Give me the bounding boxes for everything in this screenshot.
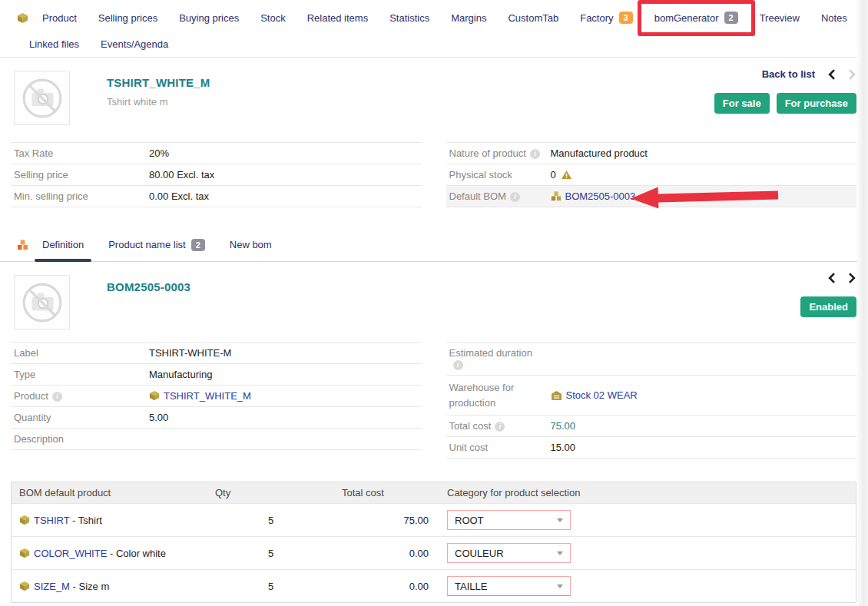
product-details-right-table: Nature of producti Manufactured product … (446, 142, 857, 207)
product-banner-right: Back to list For sale For purchase (714, 68, 856, 114)
product-cube-icon (17, 12, 28, 24)
table-row: Physical stock 0 (446, 164, 857, 186)
tax-rate-value: 20% (146, 143, 422, 164)
field-label: Unit cost (446, 437, 548, 459)
page-right-scroll-gutter[interactable] (857, 0, 868, 606)
tab-label: Statistics (389, 12, 429, 24)
field-label: Total costi (446, 416, 548, 437)
previous-bom-icon[interactable] (827, 273, 836, 283)
bom-module-icon (17, 239, 28, 250)
category-select[interactable]: TAILLE (447, 576, 571, 596)
warehouse-link[interactable]: Stock 02 WEAR (566, 389, 638, 401)
tab-label: Stock (260, 12, 286, 24)
product-name-list-count-badge: 2 (191, 239, 205, 251)
subtab-new-bom[interactable]: New bom (217, 228, 284, 261)
product-banner-text: TSHIRT_WHITE_M Tshirt white m (107, 71, 210, 125)
tab-linked-files[interactable]: Linked files (18, 35, 90, 53)
table-row: Min. selling price 0.00 Excl. tax (11, 186, 422, 207)
subtab-definition[interactable]: Definition (30, 228, 96, 261)
table-row: Default BOMi BOM2505-0003 (446, 186, 857, 207)
line-product-link[interactable]: TSHIRT (34, 515, 69, 526)
bom-lines-table: BOM default product Qty Total cost Categ… (12, 482, 856, 602)
bom-ref: BOM2505-0003 (107, 280, 190, 293)
field-label: Tax Rate (11, 143, 146, 164)
category-select[interactable]: ROOT (447, 510, 571, 530)
tab-customtab[interactable]: CustomTab (497, 9, 569, 27)
table-row: Quantity 5.00 (11, 407, 422, 429)
subtab-label: Definition (42, 239, 84, 250)
field-label: Physical stock (446, 164, 548, 186)
tab-notes[interactable]: Notes (810, 9, 858, 27)
tab-label: Events/Agenda (101, 38, 168, 50)
subtab-product-name-list[interactable]: Product name list 2 (96, 228, 217, 261)
tab-label: bomGenerator (654, 12, 719, 24)
red-arrow-annotation (630, 184, 778, 209)
category-selected-value: COULEUR (455, 548, 504, 559)
for-sale-status-badge: For sale (714, 93, 770, 114)
chevron-down-icon (557, 551, 563, 555)
bom-photo-placeholder[interactable] (14, 275, 70, 329)
field-label: Quantity (11, 407, 146, 429)
table-row: Estimated durationi (446, 343, 857, 376)
column-header-category: Category for product selection (436, 482, 856, 504)
bom-type-value: Manufacturing (146, 364, 422, 386)
tab-stock[interactable]: Stock (250, 9, 297, 27)
product-photo-placeholder[interactable] (14, 71, 70, 125)
warehouse-icon (551, 390, 562, 400)
product-cube-icon (19, 515, 30, 525)
tab-product[interactable]: Product (31, 9, 88, 27)
subtab-label: Product name list (108, 239, 185, 250)
previous-record-icon[interactable] (827, 69, 836, 80)
factory-count-badge: 3 (619, 12, 633, 24)
bom-subtabs: Definition Product name list 2 New bom (0, 228, 868, 262)
category-select[interactable]: COULEUR (447, 543, 571, 563)
line-product-link[interactable]: COLOR_WHITE (34, 548, 107, 559)
bom-label-value: TSHIRT-WHITE-M (146, 343, 422, 364)
tab-selling-prices[interactable]: Selling prices (88, 9, 168, 27)
bom-lines-section: BOM default product Qty Total cost Categ… (11, 482, 856, 603)
chevron-down-icon (557, 518, 563, 522)
tab-factory[interactable]: Factory 3 (569, 8, 643, 27)
next-bom-icon[interactable] (848, 273, 856, 283)
tab-margins[interactable]: Margins (440, 9, 497, 27)
product-tabbar: Product Selling prices Buying prices Sto… (0, 0, 868, 58)
tab-buying-prices[interactable]: Buying prices (168, 9, 250, 27)
table-row: Producti TSHIRT_WHITE_M (11, 386, 422, 407)
no-photo-camera-icon (20, 77, 65, 120)
bom-description-value (146, 429, 422, 450)
field-label: Type (11, 364, 146, 386)
field-label: Nature of producti (446, 143, 548, 164)
tab-bomgenerator[interactable]: bomGenerator 2 (644, 8, 749, 27)
tab-label: Selling prices (98, 12, 157, 24)
field-label: Estimated durationi (446, 343, 548, 376)
line-product-link[interactable]: SIZE_M (34, 581, 70, 592)
tab-treeview[interactable]: Treeview (749, 9, 810, 27)
tab-label: Buying prices (179, 12, 239, 24)
tab-events-agenda[interactable]: Events/Agenda (90, 35, 179, 53)
tabbar-row-2: Linked files Events/Agenda (11, 31, 856, 57)
default-bom-link[interactable]: BOM2505-0003 (565, 190, 636, 202)
no-photo-camera-icon (20, 281, 65, 324)
line-total-cost: 75.00 (334, 504, 436, 537)
default-bom-value: BOM2505-0003 (548, 186, 857, 207)
line-qty: 5 (207, 504, 334, 537)
back-to-list-link[interactable]: Back to list (762, 68, 815, 80)
bom-banner: BOM2505-0003 Enabled (0, 262, 868, 339)
product-details: Tax Rate 20% Selling price 80.00 Excl. t… (0, 142, 868, 207)
column-header-product: BOM default product (12, 482, 207, 504)
bom-product-link[interactable]: TSHIRT_WHITE_M (164, 390, 251, 402)
tab-statistics[interactable]: Statistics (379, 9, 440, 27)
product-ref: TSHIRT_WHITE_M (107, 76, 210, 89)
line-total-cost: 0.00 (334, 537, 436, 570)
table-row: Description (11, 429, 422, 450)
info-icon: i (530, 149, 540, 159)
table-row: Unit cost 15.00 (446, 437, 857, 459)
line-product-cell: COLOR_WHITE - Color white (12, 537, 207, 570)
table-row: SIZE_M - Size m 5 0.00 TAILLE (12, 570, 856, 603)
estimated-duration-value (548, 343, 857, 376)
field-label: Producti (11, 386, 146, 407)
bom-details-left-table: Label TSHIRT-WHITE-M Type Manufacturing … (11, 342, 422, 450)
tab-related-items[interactable]: Related items (297, 9, 379, 27)
category-selected-value: TAILLE (455, 581, 487, 592)
min-selling-price-value: 0.00 Excl. tax (146, 186, 422, 207)
